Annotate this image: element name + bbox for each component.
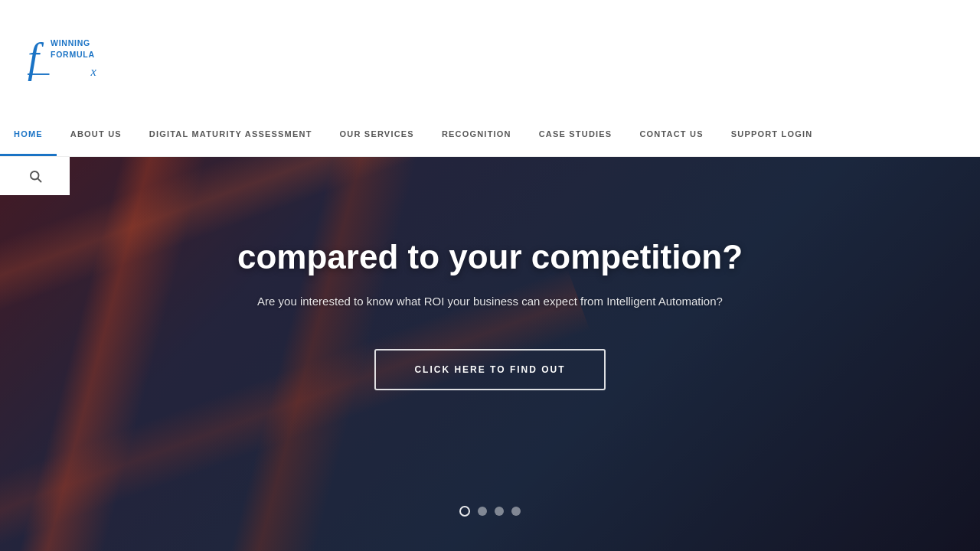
search-row [0,157,70,195]
slider-dot-3[interactable] [495,507,504,516]
nav-item-services[interactable]: OUR SERVICES [326,111,428,156]
slider-dot-4[interactable] [511,507,521,516]
site-header: f WINNING FORMULA x [0,0,980,111]
brand-logo: f WINNING FORMULA x [23,21,115,90]
hero-subtext: Are you interested to know what ROI your… [257,292,723,311]
nav-item-digital[interactable]: DIGITAL MATURITY ASSESSMENT [136,111,326,156]
nav-item-case-studies[interactable]: CASE STUDIES [525,111,626,156]
hero-cta-button[interactable]: CLICK HERE TO FIND OUT [374,349,605,390]
nav-item-about[interactable]: ABOUT US [57,111,136,156]
nav-items-list: HOME ABOUT US DIGITAL MATURITY ASSESSMEN… [0,111,826,156]
main-nav: HOME ABOUT US DIGITAL MATURITY ASSESSMEN… [0,111,980,157]
slider-dots [459,506,521,517]
svg-text:WINNING: WINNING [51,37,90,47]
slider-dot-2[interactable] [478,507,487,516]
slider-dot-1[interactable] [459,506,470,517]
logo-area[interactable]: f WINNING FORMULA x [15,10,122,102]
svg-text:FORMULA: FORMULA [51,49,95,58]
nav-item-home[interactable]: HOME [0,111,57,156]
search-icon[interactable] [21,163,48,190]
nav-item-contact[interactable]: CONTACT US [626,111,717,156]
nav-item-support[interactable]: SUPPORT LOGIN [717,111,827,156]
svg-line-6 [38,178,41,181]
hero-heading: compared to your competition? [214,237,766,278]
svg-text:x: x [90,64,97,79]
nav-item-recognition[interactable]: RECOGNITION [428,111,525,156]
